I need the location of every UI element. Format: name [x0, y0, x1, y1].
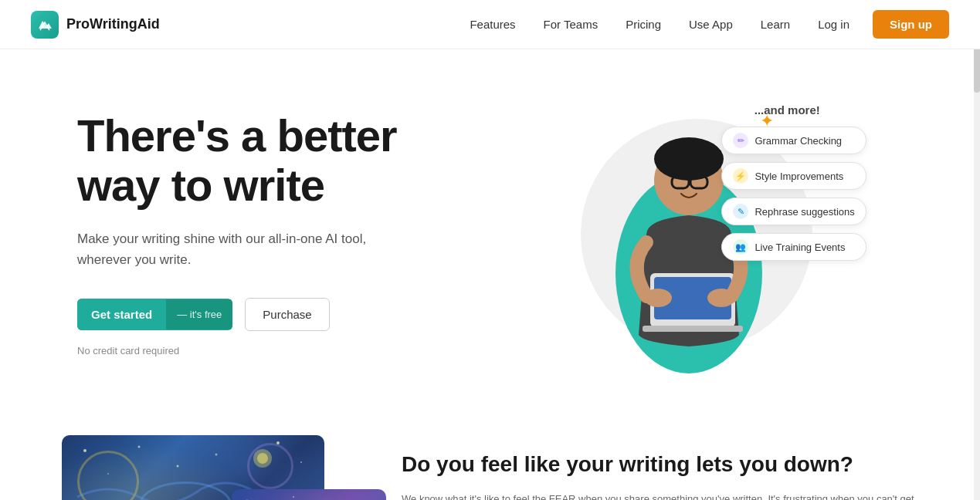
signup-button[interactable]: Sign up: [873, 10, 949, 39]
free-label: — it's free: [166, 299, 232, 329]
hero-subtitle: Make your writing shine with our all-in-…: [77, 228, 371, 270]
svg-point-21: [293, 496, 294, 498]
svg-point-13: [215, 454, 218, 456]
section2: My idea in my head Do you feel like your…: [0, 420, 980, 500]
pill-grammar: ✏ Grammar Checking: [721, 127, 866, 154]
svg-point-11: [83, 449, 86, 452]
pill-training: 👥 Live Training Events: [721, 233, 866, 261]
nav-pricing[interactable]: Pricing: [615, 12, 672, 37]
pill-style: ⚡ Style Improvements: [721, 162, 866, 190]
svg-point-16: [107, 473, 109, 475]
starry-night-container: My idea in my head: [62, 435, 355, 500]
section2-title: Do you feel like your writing lets you d…: [402, 451, 918, 478]
section2-right: Do you feel like your writing lets you d…: [402, 435, 918, 500]
pill-grammar-label: Grammar Checking: [754, 135, 842, 147]
training-icon: 👥: [733, 239, 748, 255]
logo-text: ProWritingAid: [66, 16, 160, 32]
pill-training-label: Live Training Events: [754, 242, 845, 253]
hero-illustration: ...and more! ✦ ✏ Grammar Checking ⚡ Styl…: [558, 96, 836, 381]
navbar: ProWritingAid Features For Teams Pricing…: [0, 0, 980, 49]
svg-rect-8: [643, 326, 743, 332]
hero-left: There's a better way to write Make your …: [77, 96, 490, 356]
hero-right: ...and more! ✦ ✏ Grammar Checking ⚡ Styl…: [490, 96, 904, 389]
get-started-button[interactable]: Get started — it's free: [77, 299, 232, 330]
style-icon: ⚡: [733, 168, 748, 184]
login-link[interactable]: Log in: [807, 12, 860, 37]
section2-text: We know what it's like to feel the FEAR …: [402, 491, 918, 500]
nav-features[interactable]: Features: [459, 12, 526, 37]
scrollbar[interactable]: [974, 0, 980, 500]
rephrase-icon: ✎: [733, 204, 748, 219]
pill-rephrase: ✎ Rephrase suggestions: [721, 198, 866, 225]
section2-left: My idea in my head: [62, 435, 355, 500]
svg-point-14: [276, 441, 280, 444]
star-decoration: ✦: [760, 111, 774, 131]
hero-section: There's a better way to write Make your …: [0, 49, 980, 420]
hero-title: There's a better way to write: [77, 111, 490, 210]
get-started-label: Get started: [77, 299, 166, 330]
no-credit-text: No credit card required: [77, 345, 490, 356]
second-card-svg: [232, 489, 386, 500]
purchase-button[interactable]: Purchase: [245, 298, 329, 331]
pill-rephrase-label: Rephrase suggestions: [754, 206, 854, 218]
nav-for-teams[interactable]: For Teams: [533, 12, 609, 37]
grammar-icon: ✏: [733, 133, 748, 148]
logo[interactable]: ProWritingAid: [31, 11, 160, 39]
second-card: [232, 489, 386, 500]
logo-icon: [31, 11, 59, 39]
pill-style-label: Style Improvements: [754, 171, 843, 182]
svg-point-19: [257, 453, 268, 464]
nav-links: Features For Teams Pricing Use App Learn…: [459, 10, 949, 39]
svg-point-10: [707, 289, 735, 307]
svg-point-9: [644, 289, 672, 307]
nav-learn[interactable]: Learn: [750, 12, 801, 37]
nav-use-app[interactable]: Use App: [678, 12, 744, 37]
svg-point-12: [138, 446, 141, 448]
hero-buttons: Get started — it's free Purchase: [77, 298, 490, 331]
feature-pills: ✏ Grammar Checking ⚡ Style Improvements …: [721, 127, 866, 261]
svg-point-2: [654, 137, 724, 181]
svg-point-15: [300, 461, 302, 463]
svg-point-17: [177, 465, 179, 468]
